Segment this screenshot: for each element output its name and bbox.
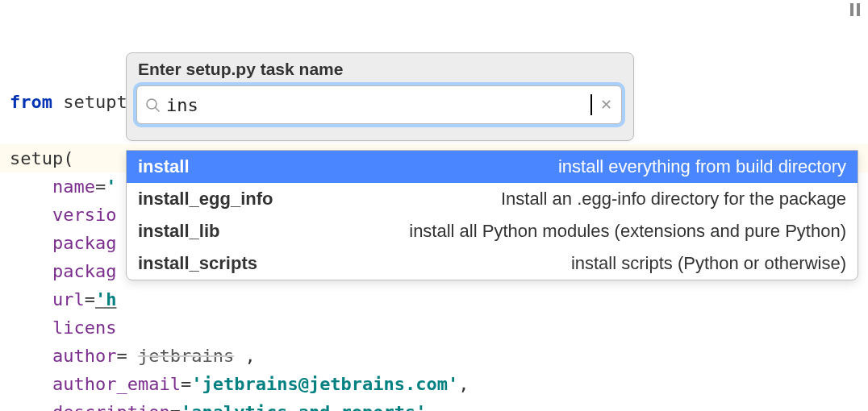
completion-item[interactable]: install_scripts install scripts (Python … <box>127 247 858 280</box>
completion-item-name: install_egg_info <box>138 189 273 210</box>
call-setup: setup <box>10 148 63 168</box>
kw-description: description <box>52 402 170 411</box>
kw-package-data: packag <box>52 261 116 281</box>
kw-author: author <box>52 346 116 366</box>
kw-author-email: author_email <box>52 374 181 394</box>
completion-item[interactable]: install_lib install all Python modules (… <box>127 215 858 247</box>
search-input-text[interactable]: ins <box>166 95 590 115</box>
kw-url: url <box>52 289 85 309</box>
completion-item-desc: install all Python modules (extensions a… <box>409 221 846 242</box>
val-author-email: 'jetbrains@jetbrains.com' <box>191 374 458 394</box>
completion-item-desc: install everything from build directory <box>558 156 846 177</box>
svg-line-1 <box>156 108 160 112</box>
clear-icon[interactable]: ✕ <box>599 98 613 112</box>
completion-item[interactable]: install install everything from build di… <box>127 151 858 183</box>
completion-item-desc: Install an .egg-info directory for the p… <box>501 189 846 210</box>
val-author-obscured: jetbrains <box>138 346 234 366</box>
completion-list: install install everything from build di… <box>126 150 858 280</box>
completion-item-desc: install scripts (Python or otherwise) <box>571 253 846 274</box>
completion-item-name: install_scripts <box>138 253 257 274</box>
text-caret <box>590 94 592 115</box>
search-icon <box>145 98 160 112</box>
kw-name: name <box>52 176 95 197</box>
completion-item-name: install_lib <box>138 221 219 242</box>
pause-icon[interactable] <box>847 2 863 18</box>
completion-item-name: install <box>138 156 190 177</box>
val-description: 'analytics and reports' <box>181 402 427 411</box>
popup-title: Enter setup.py task name <box>138 60 624 79</box>
val-name: ' <box>106 176 116 197</box>
completion-item[interactable]: install_egg_info Install an .egg-info di… <box>127 183 858 215</box>
val-url: 'h <box>95 289 117 309</box>
kw-version: versio <box>52 205 116 225</box>
task-search-popup: Enter setup.py task name ins ✕ <box>126 52 634 141</box>
kw-packages: packag <box>52 233 116 253</box>
kw-from: from <box>10 92 52 112</box>
search-field[interactable]: ins ✕ <box>136 85 622 124</box>
kw-license: licens <box>52 318 116 338</box>
